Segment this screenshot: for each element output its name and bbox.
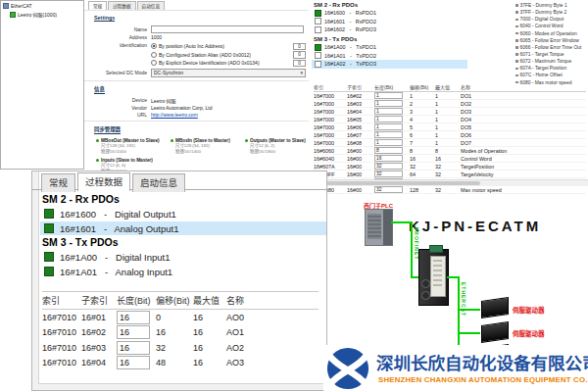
object-list-item[interactable]: 607C - Home Offset (515, 72, 588, 78)
pdo-checkbox[interactable] (315, 26, 321, 33)
length-input[interactable]: 32 (374, 163, 403, 170)
identification-radio[interactable]: By position (Auto Inc Address) 0 (151, 43, 306, 51)
col-name: 名称 (461, 83, 586, 90)
company-footer: 深圳长欣自动化设备有限公司 SHENZHEN CHANGXIN AUTOMATI… (323, 345, 588, 392)
sync-managers-section-title: 同步管理器 (94, 125, 121, 134)
process-tab[interactable]: 常规 (41, 173, 75, 192)
pdo-content-table: 索引 子索引 长度(Bit) 偏移(Bit) 最大值 名称 16#7000 16… (314, 83, 586, 194)
radio-icon[interactable] (151, 43, 157, 49)
length-input[interactable]: 1 (374, 116, 403, 122)
pdo-row-digital-input1[interactable]: 16#1A00 - Digital Input1 (40, 250, 326, 264)
pdo-checkbox-checked[interactable] (44, 267, 54, 276)
scrollbar-thumb[interactable] (314, 181, 480, 185)
name-input[interactable] (151, 25, 304, 33)
identification-radio[interactable]: By Configured Station Alias (ADO 0x0012)… (151, 51, 306, 59)
length-input[interactable]: 1 (374, 108, 403, 115)
table-row[interactable]: 16#7000 16#03 1 2 1 DO2 (314, 100, 586, 108)
table-row[interactable]: 16#6060 16#00 8 8 8 Modes of Operation (314, 147, 586, 155)
length-input[interactable]: 16 (117, 341, 150, 355)
object-list-item[interactable]: 6065 - Follow Error Window (515, 37, 588, 44)
radio-icon[interactable] (151, 52, 157, 58)
length-input[interactable]: 1 (374, 131, 403, 138)
sm2-rx-pdos-title: SM 2 - Rx PDOs (42, 193, 120, 205)
table-row[interactable]: 16#7000 16#06 1 5 1 DO5 (314, 123, 586, 131)
vertical-scrollbar[interactable] (32, 172, 39, 390)
pdo-checkbox[interactable] (315, 52, 321, 59)
settings-tab[interactable]: 启动信息 (137, 1, 165, 10)
horizontal-scrollbar[interactable] (38, 383, 326, 390)
length-input[interactable]: 16 (117, 311, 150, 324)
pdo-checkbox[interactable] (315, 61, 321, 68)
radio-value-input[interactable]: 0 (293, 51, 306, 59)
pdo-row[interactable]: 16#1A02 - TxPDO3 (312, 60, 467, 69)
tree-root-ethercat[interactable]: EtherCAT (1, 1, 83, 9)
length-input[interactable]: 16 (117, 325, 150, 339)
pdo-row[interactable]: 16#1A01 - TxPDO2 (312, 51, 467, 60)
horizontal-scrollbar[interactable] (312, 179, 588, 186)
object-label: 6060 - Modes of Operation (520, 31, 577, 36)
table-row[interactable]: 16#607A 16#00 32 32 32 TargetPosition (314, 163, 586, 171)
length-input[interactable]: 1 (374, 92, 403, 99)
object-list-item[interactable]: 6072 - Maximum Torque (515, 58, 588, 65)
settings-tab[interactable]: 常规 (88, 1, 107, 10)
object-list-item[interactable]: 6071 - Target Torque (515, 51, 588, 58)
radio-value-input[interactable]: 0 (293, 60, 306, 68)
pdo-checkbox[interactable] (315, 18, 321, 24)
pdo-row[interactable]: 16#1A00 - TxPDO1 (312, 43, 467, 52)
pdo-row[interactable]: 16#1601 - RxPDO2 (312, 18, 467, 26)
object-label: 6072 - Maximum Torque (520, 59, 572, 64)
table-row[interactable]: 16#6040 16#00 16 16 16 Control Word (314, 155, 586, 163)
pdo-row-analog-output1-selected[interactable]: 16#1601 - Analog Output1 (40, 221, 326, 235)
object-label: 7000 - Digital Output (520, 17, 564, 22)
object-list-item[interactable]: 37FE - Dummy Byte 1 (515, 2, 588, 9)
radio-icon[interactable] (151, 60, 157, 66)
tree-node-slave[interactable]: Leetro 伺服(1000) (1, 9, 83, 18)
length-input[interactable]: 1 (374, 139, 403, 146)
radio-value-input[interactable]: 0 (293, 43, 306, 51)
pdo-checkbox-checked[interactable] (44, 209, 54, 219)
table-row[interactable]: 16#7000 16#04 1 3 1 DO3 (314, 108, 586, 116)
table-row[interactable]: 16#7010 16#02 16 16 16 AO1 (42, 325, 318, 341)
table-row[interactable]: 16#60FF 16#00 32 64 32 TargetVelocity (314, 171, 586, 178)
pdo-checkbox-checked[interactable] (44, 252, 54, 262)
identification-radio[interactable]: By Explicit Device Identification (ADO 0… (151, 60, 306, 68)
col-offset: 偏移(Bit) (410, 83, 435, 90)
settings-tab[interactable]: 过程数据 (108, 1, 135, 10)
pdo-row[interactable]: 16#1600 - RxPDO1 (312, 9, 467, 18)
pdo-row-analog-input1[interactable]: 16#1A01 - Analog Input1 (40, 265, 326, 278)
col-length: 长度(Bit) (117, 294, 156, 307)
pdo-row-digital-output1[interactable]: 16#1600 - Digital Output1 (40, 207, 326, 220)
pdo-checkbox-checked[interactable] (44, 223, 54, 233)
object-list-item[interactable]: 7000 - Digital Output (515, 16, 588, 23)
length-input[interactable]: 1 (374, 123, 403, 130)
table-row[interactable]: 16#7000 16#08 1 7 1 DO7 (314, 139, 586, 147)
length-input[interactable]: 32 (374, 171, 403, 177)
process-data-panel: 常规过程数据启动信息 SM 2 - Rx PDOs 16#1600 - Digi… (31, 171, 327, 391)
object-list-item[interactable]: 37FF - Dummy Byte 2 (515, 9, 588, 16)
table-row[interactable]: 16#7010 16#04 16 48 16 AO3 (42, 356, 318, 371)
table-row[interactable]: 16#7010 16#01 16 0 16 AO0 (42, 310, 318, 325)
table-row[interactable]: 16#7000 16#07 1 6 1 DO6 (314, 131, 586, 139)
bullet-icon (515, 4, 518, 7)
table-row[interactable]: 16#7010 16#03 16 32 16 AO2 (42, 340, 318, 356)
process-tab[interactable]: 过程数据 (77, 172, 130, 191)
dc-mode-dropdown[interactable]: DC-Synchron ▾ (151, 69, 306, 77)
slave-device-icon (10, 12, 16, 18)
identification-radio-group: By position (Auto Inc Address) 0 By Conf… (151, 42, 306, 68)
length-input[interactable]: 16 (374, 155, 403, 162)
pdo-checkbox[interactable] (315, 10, 321, 17)
object-list-item[interactable]: 607A - Target Position (515, 65, 588, 72)
object-list-item[interactable]: 6040 - Control Word (515, 23, 588, 29)
pdo-row[interactable]: 16#1602 - RxPDO3 (312, 25, 467, 34)
pdo-checkbox[interactable] (315, 44, 321, 51)
process-tab[interactable]: 启动信息 (132, 173, 185, 192)
length-input[interactable]: 1 (374, 100, 403, 107)
address-value: 1000 (151, 34, 162, 40)
length-input[interactable]: 8 (374, 147, 403, 154)
object-list-item[interactable]: 6066 - Follow Error Time Out (515, 44, 588, 51)
vendor-url-link[interactable]: http://www.leetro.com (151, 112, 198, 118)
object-list-item[interactable]: 6060 - Modes of Operation (515, 30, 588, 37)
table-row[interactable]: 16#7000 16#02 1 1 1 DO1 (314, 92, 586, 100)
table-row[interactable]: 16#7000 16#05 1 4 1 DO4 (314, 116, 586, 123)
length-input[interactable]: 16 (117, 356, 150, 369)
